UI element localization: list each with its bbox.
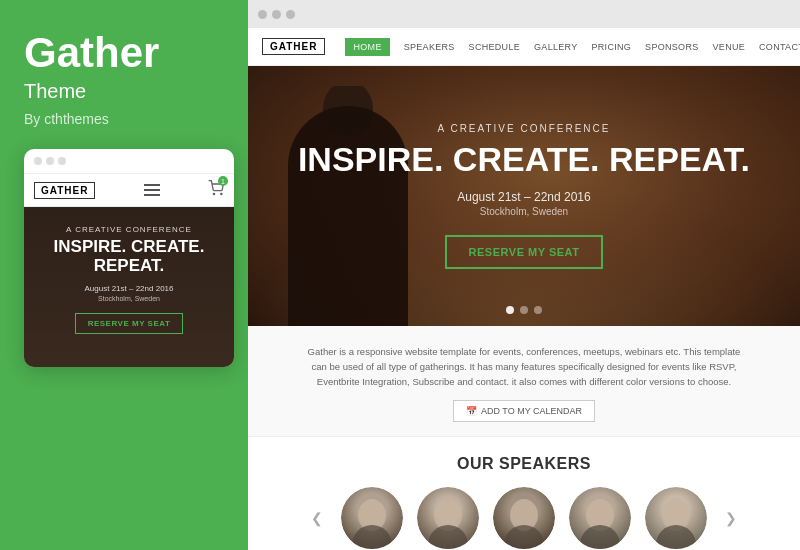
nav-speakers[interactable]: SPEAKERS [404, 42, 455, 52]
cart-badge: 1 [218, 176, 228, 186]
right-panel: GATHER HOME SPEAKERS SCHEDULE GALLERY PR… [248, 0, 800, 550]
nav-venue[interactable]: VENUE [713, 42, 746, 52]
calendar-btn-label: ADD TO MY CALENDAR [481, 406, 582, 416]
hero-dot-1[interactable] [506, 306, 514, 314]
nav-gallery[interactable]: GALLERY [534, 42, 577, 52]
mobile-cart-icon[interactable]: 1 [208, 180, 224, 200]
speaker-image-1 [341, 487, 403, 549]
browser-dot-3 [286, 10, 295, 19]
add-to-calendar-button[interactable]: 📅 ADD TO MY CALENDAR [453, 400, 595, 422]
mobile-dot-yellow [46, 157, 54, 165]
speaker-avatar-3 [493, 487, 555, 549]
mobile-nav-bar: GATHER 1 [24, 174, 234, 207]
site-speakers: OUR SPEAKERS ❮ [248, 437, 800, 550]
mobile-mockup: GATHER 1 A CREATIVE CONFERENCE IN [24, 149, 234, 367]
mobile-dots [34, 157, 66, 165]
browser-dot-1 [258, 10, 267, 19]
hamburger-line-1 [144, 184, 160, 186]
nav-contact[interactable]: CONTACT [759, 42, 800, 52]
hero-conference-label: A CREATIVE CONFERENCE [438, 123, 611, 134]
nav-schedule[interactable]: SCHEDULE [469, 42, 520, 52]
nav-home[interactable]: HOME [345, 38, 389, 56]
speaker-body-5 [656, 525, 696, 549]
theme-author: By cththemes [24, 111, 224, 127]
site-logo: GATHER [262, 38, 325, 55]
speaker-face-1 [341, 487, 403, 549]
hero-location: Stockholm, Sweden [480, 206, 568, 217]
mobile-hero: A CREATIVE CONFERENCE INSPIRE. CREATE. R… [24, 207, 234, 367]
mobile-top-bar [24, 149, 234, 174]
mobile-location: Stockholm, Sweden [38, 295, 220, 302]
theme-subtitle: Theme [24, 80, 224, 103]
speaker-face-4 [569, 487, 631, 549]
speaker-face-3 [493, 487, 555, 549]
speaker-body-4 [580, 525, 620, 549]
speaker-image-4 [569, 487, 631, 549]
mobile-conference-label: A CREATIVE CONFERENCE [38, 225, 220, 234]
speaker-face-2 [417, 487, 479, 549]
browser-dot-2 [272, 10, 281, 19]
site-hero: A CREATIVE CONFERENCE INSPIRE. CREATE. R… [248, 66, 800, 326]
mobile-hero-content: A CREATIVE CONFERENCE INSPIRE. CREATE. R… [38, 225, 220, 333]
hero-dots [506, 306, 542, 314]
calendar-icon: 📅 [466, 406, 477, 416]
speakers-next-arrow[interactable]: ❯ [721, 508, 741, 528]
speakers-title: OUR SPEAKERS [268, 455, 780, 473]
speaker-body-1 [352, 525, 392, 549]
hamburger-icon[interactable] [144, 184, 160, 196]
hamburger-line-2 [144, 189, 160, 191]
speaker-image-3 [493, 487, 555, 549]
hero-dot-2[interactable] [520, 306, 528, 314]
mobile-cta-button[interactable]: RESERVE MY SEAT [75, 313, 184, 334]
speakers-prev-arrow[interactable]: ❮ [307, 508, 327, 528]
speaker-avatar-1 [341, 487, 403, 549]
svg-point-0 [213, 194, 214, 195]
speaker-face-5 [645, 487, 707, 549]
hero-cta-button[interactable]: RESERVE MY SEAT [445, 235, 604, 269]
hero-headline: INSPIRE. CREATE. REPEAT. [298, 142, 750, 178]
speaker-image-5 [645, 487, 707, 549]
mobile-dot-red [34, 157, 42, 165]
hero-date: August 21st – 22nd 2016 [457, 190, 590, 204]
mobile-dot-green [58, 157, 66, 165]
hamburger-line-3 [144, 194, 160, 196]
speaker-avatar-5 [645, 487, 707, 549]
site-nav: GATHER HOME SPEAKERS SCHEDULE GALLERY PR… [248, 28, 800, 66]
site-description: Gather is a responsive website template … [248, 326, 800, 437]
speakers-row: ❮ [268, 487, 780, 549]
theme-title: Gather [24, 30, 224, 76]
speaker-body-2 [428, 525, 468, 549]
nav-sponsors[interactable]: SPONSORS [645, 42, 698, 52]
mobile-headline: INSPIRE. CREATE. REPEAT. [38, 238, 220, 275]
speaker-avatar-2 [417, 487, 479, 549]
speaker-body-3 [504, 525, 544, 549]
left-panel: Gather Theme By cththemes GATHER [0, 0, 248, 550]
hero-content: A CREATIVE CONFERENCE INSPIRE. CREATE. R… [248, 66, 800, 326]
nav-pricing[interactable]: PRICING [592, 42, 632, 52]
mobile-logo: GATHER [34, 182, 95, 199]
speaker-image-2 [417, 487, 479, 549]
hero-dot-3[interactable] [534, 306, 542, 314]
description-text: Gather is a responsive website template … [304, 344, 744, 390]
browser-chrome [248, 0, 800, 28]
mobile-date: August 21st – 22nd 2016 [38, 284, 220, 293]
speaker-avatar-4 [569, 487, 631, 549]
svg-point-1 [221, 194, 222, 195]
site-nav-links: HOME SPEAKERS SCHEDULE GALLERY PRICING S… [345, 37, 800, 57]
